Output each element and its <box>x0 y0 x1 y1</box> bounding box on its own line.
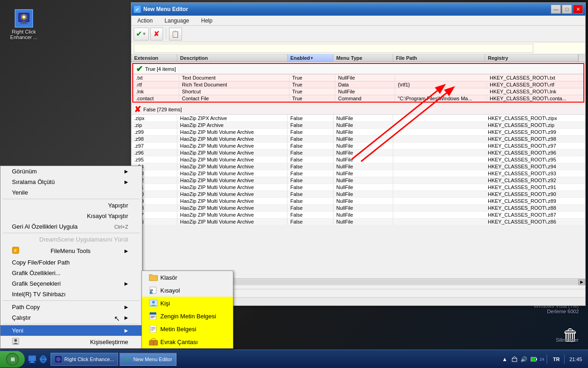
taskbar-item-rce[interactable]: Right Click Enhance... <box>51 353 118 366</box>
tray-arrow-icon[interactable]: ▲ <box>501 356 509 363</box>
submenu-zengin-metin[interactable]: Zengin Metin Belgesi <box>142 310 233 322</box>
ctx-kisayol-yapistir[interactable]: Kısayol Yapıştır <box>0 211 142 221</box>
tray-network-icon[interactable] <box>511 356 518 363</box>
toolbar-clipboard-btn[interactable]: 📋 <box>169 28 182 40</box>
ctx-calistir[interactable]: Çalıştır ▶ <box>0 312 142 323</box>
ctx-yeni[interactable]: Yeni ▶ <box>0 325 142 336</box>
table-row[interactable]: .contact Contact File True Command "C:\P… <box>133 95 583 102</box>
ctx-grafik-ozel[interactable]: Grafik Özellikleri... <box>0 268 142 278</box>
table-row[interactable]: .z93 HaoZip ZIP Multi Volume Archive Fal… <box>131 170 585 177</box>
ie-btn[interactable] <box>38 354 48 364</box>
close-button[interactable]: ✕ <box>573 5 583 14</box>
ctx-grafik-sec[interactable]: Grafik Seçenekleri ▶ <box>0 278 142 289</box>
table-row[interactable]: .z96 HaoZip ZIP Multi Volume Archive Fal… <box>131 149 585 156</box>
table-row[interactable]: .z86 HaoZip ZIP Multi Volume Archive Fal… <box>131 218 585 225</box>
table-row[interactable]: .z90 HaoZip ZIP Multi Volume Archive Fal… <box>131 190 585 197</box>
ctx-sep-2 <box>3 233 140 233</box>
ctx-siralama-label: Sıralama Ölçütü <box>12 178 55 185</box>
ctx-geri-al[interactable]: Geri Al Özellikleri Uygula Ctrl+Z <box>0 221 142 232</box>
true-icon: ✔ <box>136 64 143 74</box>
minimize-button[interactable]: — <box>551 5 561 14</box>
table-row[interactable]: .z91 HaoZip ZIP Multi Volume Archive Fal… <box>131 184 585 190</box>
toolbar-x-btn[interactable]: ✘ <box>150 28 163 40</box>
maximize-button[interactable]: □ <box>562 5 572 14</box>
ctx-yenile[interactable]: Yenile <box>0 187 142 198</box>
table-row[interactable]: .z99 HaoZip ZIP Multi Volume Archive Fal… <box>131 128 585 135</box>
table-row[interactable]: .z87 HaoZip ZIP Multi Volume Archive Fal… <box>131 211 585 218</box>
evrak-cantasi-icon <box>149 337 158 346</box>
menu-action[interactable]: Action <box>134 17 156 25</box>
tray-divider-2 <box>564 355 565 364</box>
taskbar-language[interactable]: TR <box>551 356 562 363</box>
table-row[interactable]: .zip HaoZip ZIP Archive False NullFile H… <box>131 121 585 128</box>
ctx-yapistir[interactable]: Yapıştır <box>0 200 142 211</box>
desktop-icon-rce[interactable]: Right ClickEnhancer ... <box>9 9 39 40</box>
col-header-desc[interactable]: Description <box>177 54 288 62</box>
table-row[interactable]: .rtf Rich Text Document True Data {\rtf1… <box>133 81 583 88</box>
ctx-copy-path[interactable]: Copy File/Folder Path <box>0 257 142 268</box>
ctx-intel[interactable]: Intel(R) TV Sihirbazı <box>0 289 142 299</box>
taskbar-item-nme[interactable]: ✔ New Menu Editor <box>119 353 176 366</box>
cell-enabled: True <box>289 88 335 95</box>
svg-point-15 <box>152 301 155 304</box>
submenu-kisayol[interactable]: ↑ Kısayol <box>142 284 233 297</box>
table-row[interactable]: .z94 HaoZip ZIP Multi Volume Archive Fal… <box>131 163 585 170</box>
table-row[interactable]: .z97 HaoZip ZIP Multi Volume Archive Fal… <box>131 142 585 149</box>
taskbar: ⊞ Right Click Enhance... ✔ New Menu Edit… <box>0 350 588 368</box>
ctx-yenile-label: Yenile <box>12 189 28 196</box>
ctx-siralama[interactable]: Sıralama Ölçütü ▶ <box>0 177 142 187</box>
start-button[interactable]: ⊞ <box>0 351 25 368</box>
tray-battery-icon[interactable] <box>530 356 537 363</box>
col-header-registry[interactable]: Registry <box>485 54 578 62</box>
table-body[interactable]: ✔ True [4 items] .txt Text Document True… <box>131 62 585 278</box>
false-group-header[interactable]: ✘ False [729 items] <box>131 104 585 115</box>
col-header-enabled[interactable]: Enabled ▼ <box>288 54 334 62</box>
col-header-menutype[interactable]: Menu Type <box>334 54 393 62</box>
rce-icon <box>15 9 33 28</box>
menu-help[interactable]: Help <box>198 17 216 25</box>
submenu-metin-belgesi-label: Metin Belgesi <box>160 326 196 333</box>
toolbar-check-btn[interactable]: ✔ ▼ <box>134 28 149 40</box>
menu-bar: Action Language Help <box>131 16 585 26</box>
menu-language[interactable]: Language <box>161 17 192 25</box>
table-row[interactable]: .txt Text Document True NullFile HKEY_CL… <box>133 74 583 81</box>
ctx-dreamscene-label: DreamScene Uygulamasını Yürüt <box>40 236 128 243</box>
true-group-header[interactable]: ✔ True [4 items] <box>133 64 583 74</box>
ctx-path-copy[interactable]: Path Copy ▶ <box>0 302 142 312</box>
submenu-klasor[interactable]: Klasör <box>142 271 233 284</box>
submenu-evrak-cantasi[interactable]: Evrak Çantası <box>142 335 233 348</box>
table-row[interactable]: .z98 HaoZip ZIP Multi Volume Archive Fal… <box>131 135 585 142</box>
table-row[interactable]: .lnk Shortcut True NullFile HKEY_CLASSES… <box>133 88 583 95</box>
window-title: New Menu Editor <box>143 6 188 12</box>
svg-rect-30 <box>31 361 34 362</box>
table-section: Extension Description Enabled ▼ Menu Typ… <box>131 54 585 289</box>
submenu-metin-belgesi[interactable]: Metin Belgesi <box>142 322 233 335</box>
submenu-kisi[interactable]: Kişi <box>142 297 233 310</box>
ctx-filemenu[interactable]: F FileMenu Tools ▶ <box>0 245 142 257</box>
cell-registry: HKEY_CLASSES_ROOT\.lnk <box>487 88 583 95</box>
ctx-goruntum[interactable]: Görünüm ▶ <box>0 166 142 177</box>
show-desktop-btn[interactable] <box>27 354 37 364</box>
table-row[interactable]: .zipx HaoZip ZIPX Archive False NullFile… <box>131 115 585 121</box>
tray-volume-icon[interactable]: 🔊 <box>520 356 528 363</box>
ctx-sep-4 <box>3 324 140 324</box>
cell-desc: Contact File <box>179 95 289 102</box>
cell-desc: Rich Text Document <box>179 81 289 88</box>
table-row[interactable]: .z88 HaoZip ZIP Multi Volume Archive Fal… <box>131 204 585 211</box>
cell-ext: .contact <box>133 95 179 102</box>
col-header-ext[interactable]: Extension <box>131 54 177 62</box>
false-group: ✘ False [729 items] .zipx HaoZip ZIPX Ar… <box>131 104 585 225</box>
taskbar-clock[interactable]: 21:45 <box>567 356 584 363</box>
cell-menutype: Data <box>335 81 395 88</box>
svg-rect-3 <box>22 21 26 23</box>
ctx-copy-path-label: Copy File/Folder Path <box>12 259 70 266</box>
system-tray: ▲ 🔊 24 TR 21:45 <box>501 355 588 364</box>
ctx-kisisel[interactable]: Kişiselleştirme <box>0 336 142 348</box>
scroll-right-btn[interactable]: ▶ <box>578 279 585 285</box>
search-input[interactable] <box>134 44 533 53</box>
col-header-filepath[interactable]: File Path <box>393 54 485 62</box>
taskbar-rce-label: Right Click Enhance... <box>64 356 114 362</box>
table-row[interactable]: .z89 HaoZip ZIP Multi Volume Archive Fal… <box>131 197 585 204</box>
table-row[interactable]: .z95 HaoZip ZIP Multi Volume Archive Fal… <box>131 156 585 163</box>
table-row[interactable]: .z92 HaoZip ZIP Multi Volume Archive Fal… <box>131 177 585 184</box>
